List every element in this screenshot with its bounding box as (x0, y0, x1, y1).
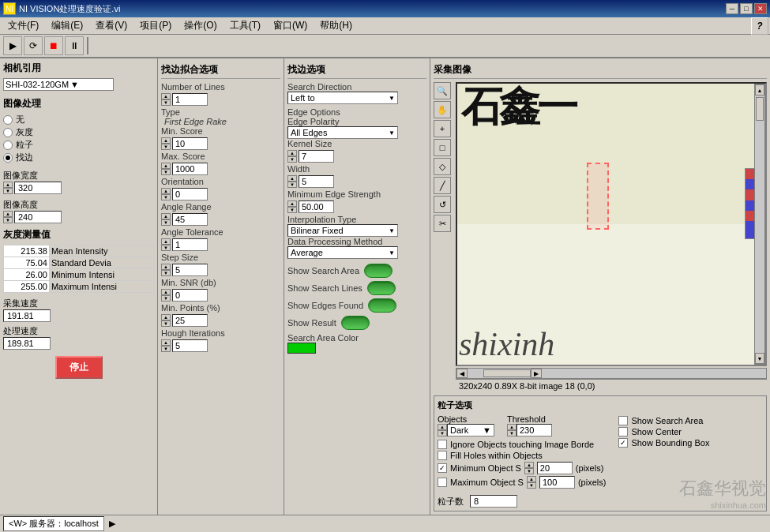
hough-value: 5 (172, 339, 208, 352)
menu-file[interactable]: 文件(F) (2, 17, 45, 34)
radio-particle[interactable]: 粒子 (3, 139, 154, 151)
zoom-in-tool[interactable]: + (434, 120, 451, 137)
search-area-color-swatch[interactable] (287, 343, 316, 354)
std-value: 75.04 (4, 257, 50, 269)
objects-spinner[interactable]: ▲ ▼ (438, 424, 447, 436)
edge-polarity-dropdown[interactable]: All Edges ▼ (287, 126, 398, 139)
height-spinner[interactable]: ▲ ▼ (3, 211, 13, 223)
min-score-spinner[interactable]: ▲ ▼ (161, 137, 171, 150)
minimize-button[interactable]: ─ (726, 3, 738, 14)
orientation-spinner[interactable]: ▲ ▼ (161, 188, 171, 200)
gray-measure-title: 灰度测量值 (3, 228, 154, 242)
kernel-size-label: Kernel Size (287, 139, 426, 148)
angle-range-spinner[interactable]: ▲ ▼ (161, 213, 171, 226)
threshold-group: Threshold ▲ ▼ 230 (507, 414, 552, 436)
search-direction-dropdown[interactable]: Left to ▼ (287, 92, 398, 104)
show-center-checkbox[interactable] (618, 427, 628, 436)
show-search-area-toggle[interactable] (364, 264, 393, 278)
kernel-spinner[interactable]: ▲ ▼ (287, 150, 297, 163)
radio-none[interactable]: 无 (3, 114, 154, 126)
close-button[interactable]: ✕ (754, 3, 767, 14)
angle-tol-value: 1 (172, 238, 208, 251)
show-bounding-box-checkbox[interactable] (618, 438, 628, 448)
scrollbar-h-thumb[interactable] (483, 369, 531, 377)
help-button[interactable]: ? (751, 17, 768, 35)
menu-window[interactable]: 窗口(W) (267, 17, 314, 34)
angle-tol-spinner[interactable]: ▲ ▼ (161, 238, 171, 251)
min-obj-row: Minimum Object S ▲ ▼ 20 (pixels) (438, 462, 606, 474)
maximize-button[interactable]: □ (740, 3, 753, 14)
watermark-english: shixinhua.com (679, 500, 766, 510)
particle-count-value: 8 (470, 495, 517, 508)
show-search-lines-toggle[interactable] (367, 281, 396, 295)
width-sp-spinner[interactable]: ▲ ▼ (287, 175, 297, 188)
crop-tool[interactable]: ✂ (434, 215, 451, 232)
scrollbar-up-arrow[interactable]: ▲ (755, 84, 764, 96)
scrollbar-thumb[interactable] (756, 97, 764, 121)
image-scrollbar-v[interactable]: ▲ ▼ (754, 84, 765, 365)
toolbar-run-continuous[interactable]: ⟳ (24, 36, 43, 55)
edge-options-label: Edge Options (287, 107, 426, 117)
min-edge-spinner[interactable]: ▲ ▼ (287, 200, 297, 213)
menu-edit[interactable]: 编辑(E) (45, 17, 89, 34)
width-spinner[interactable]: ▲ ▼ (3, 182, 13, 194)
max-obj-checkbox[interactable] (438, 478, 447, 487)
pan-tool[interactable]: ✋ (434, 101, 451, 118)
max-obj-spinner[interactable]: ▲ ▼ (527, 476, 536, 489)
min-points-spinner[interactable]: ▲ ▼ (161, 314, 171, 327)
radio-findedge[interactable]: 找边 (3, 152, 154, 163)
chevron-down-icon: ▼ (389, 95, 395, 102)
objects-dropdown[interactable]: Dark ▼ (447, 424, 494, 436)
select-poly-tool[interactable]: ◇ (434, 158, 451, 175)
show-edges-row: Show Edges Found (287, 298, 426, 313)
image-search-overlay (587, 163, 609, 230)
scrollbar-down-arrow[interactable]: ▼ (755, 353, 764, 364)
image-width-label: 图像宽度 (3, 170, 154, 182)
menu-help[interactable]: 帮助(H) (314, 17, 359, 34)
zoom-tool[interactable]: 🔍 (434, 82, 451, 99)
radio-findedge-circle (3, 153, 13, 163)
width-down[interactable]: ▼ (3, 188, 13, 194)
select-rect-tool[interactable]: □ (434, 139, 451, 156)
num-lines-spinner[interactable]: ▲ ▼ (161, 93, 171, 106)
min-points-row: ▲ ▼ 25 (161, 314, 280, 327)
height-up[interactable]: ▲ (3, 211, 13, 217)
min-obj-spinner[interactable]: ▲ ▼ (524, 462, 534, 474)
fill-holes-checkbox[interactable] (438, 451, 447, 460)
stop-button[interactable]: 停止 (55, 356, 103, 379)
rotate-tool[interactable]: ↺ (434, 196, 451, 213)
radio-gray[interactable]: 灰度 (3, 126, 154, 138)
show-search-area-row: Show Search Area (618, 416, 709, 425)
interpolation-dropdown[interactable]: Bilinear Fixed ▼ (287, 224, 398, 237)
menu-view[interactable]: 查看(V) (89, 17, 133, 34)
step-size-spinner[interactable]: ▲ ▼ (161, 264, 171, 276)
min-snr-spinner[interactable]: ▲ ▼ (161, 289, 171, 302)
kernel-value: 7 (299, 150, 334, 163)
show-edges-toggle[interactable] (368, 298, 396, 313)
hough-spinner[interactable]: ▲ ▼ (161, 339, 171, 352)
scrollbar-right-arrow[interactable]: ▶ (531, 369, 542, 378)
ignore-objects-checkbox[interactable] (438, 440, 447, 449)
min-snr-row: ▲ ▼ 0 (161, 289, 280, 302)
min-obj-checkbox[interactable] (438, 463, 447, 473)
image-scrollbar-h[interactable]: ◀ ▶ (456, 368, 767, 379)
camera-select[interactable]: SHI-032-120GM ▼ (3, 78, 114, 91)
data-process-dropdown[interactable]: Average ▼ (287, 246, 398, 259)
show-result-toggle[interactable] (341, 316, 370, 330)
toolbar-abort[interactable]: ⏹ (44, 36, 63, 55)
width-up[interactable]: ▲ (3, 182, 13, 188)
menu-operate[interactable]: 操作(O) (178, 17, 223, 34)
menu-project[interactable]: 项目(P) (133, 17, 178, 34)
toolbar-run-arrow[interactable]: ▶ (3, 36, 22, 55)
search-panel: 找边选项 Search Direction Left to ▼ Edge Opt… (284, 58, 430, 515)
hough-label: Hough Iterations (161, 328, 280, 338)
scrollbar-left-arrow[interactable]: ◀ (456, 369, 468, 378)
show-search-area-checkbox[interactable] (618, 416, 628, 425)
max-score-spinner[interactable]: ▲ ▼ (161, 163, 171, 175)
toolbar-pause[interactable]: ⏸ (65, 36, 84, 55)
std-label: Standard Devia (49, 257, 153, 269)
height-down[interactable]: ▼ (3, 217, 13, 223)
line-tool[interactable]: ╱ (434, 177, 451, 194)
menu-tools[interactable]: 工具(T) (223, 17, 267, 34)
threshold-spinner[interactable]: ▲ ▼ (507, 424, 516, 436)
